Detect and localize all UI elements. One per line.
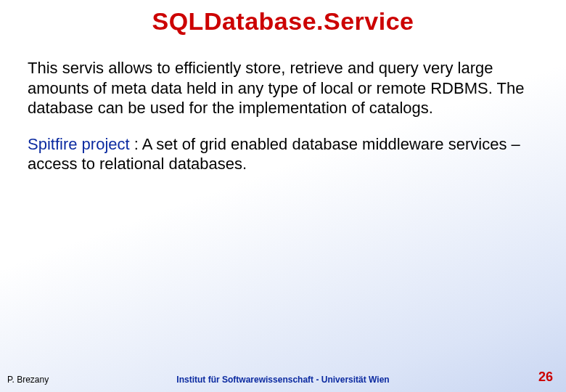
intro-paragraph: This servis allows to efficiently store,… [28, 58, 538, 118]
project-name: Spitfire project [28, 135, 130, 153]
project-paragraph: Spitfire project : A set of grid enabled… [28, 134, 538, 174]
footer-institution: Institut für Softwarewissenschaft - Univ… [0, 375, 566, 385]
slide-body: This servis allows to efficiently store,… [28, 58, 538, 190]
footer-page-number: 26 [538, 369, 553, 385]
slide: SQLDatabase.Service This servis allows t… [0, 0, 566, 392]
slide-title: SQLDatabase.Service [0, 7, 566, 36]
